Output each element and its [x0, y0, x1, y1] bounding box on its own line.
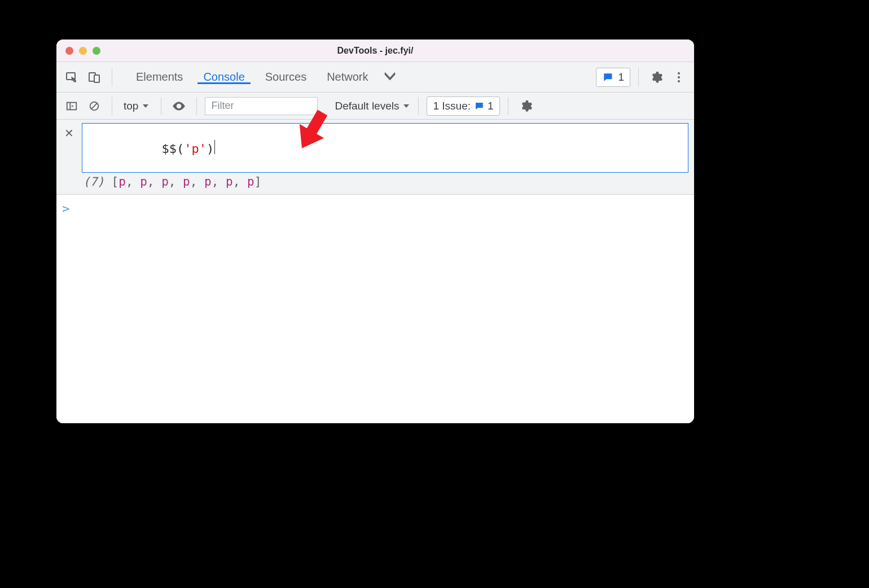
tab-elements-label: Elements — [136, 71, 183, 84]
separator — [112, 68, 112, 86]
separator — [418, 97, 419, 115]
separator — [161, 97, 161, 115]
tab-sources[interactable]: Sources — [255, 71, 317, 84]
execution-context-label: top — [124, 100, 138, 112]
svg-rect-2 — [94, 75, 99, 82]
live-expression-result: (7) [p, p, p, p, p, p, p] — [82, 175, 688, 188]
console-prompt-area[interactable]: > — [56, 195, 694, 423]
titlebar: DevTools - jec.fyi/ — [56, 40, 694, 62]
window-title: DevTools - jec.fyi/ — [56, 46, 694, 56]
chevron-down-icon — [142, 102, 150, 110]
svg-point-4 — [678, 76, 680, 78]
console-settings-gear-icon[interactable] — [516, 96, 536, 116]
close-window-button[interactable] — [65, 47, 73, 55]
kebab-menu-icon[interactable] — [669, 68, 688, 87]
prompt-caret-icon: > — [62, 201, 69, 216]
separator — [508, 97, 508, 115]
device-toolbar-icon[interactable] — [85, 68, 104, 87]
live-expression-code: $$('p') — [87, 142, 215, 170]
separator — [196, 97, 197, 115]
result-element[interactable]: p — [183, 175, 190, 188]
live-expression-eye-icon[interactable] — [169, 96, 188, 116]
issues-badge[interactable]: 1 Issue: 1 — [427, 96, 499, 116]
tab-elements[interactable]: Elements — [126, 71, 193, 84]
traffic-lights — [56, 47, 100, 55]
message-icon — [474, 101, 484, 111]
svg-point-3 — [678, 72, 680, 74]
separator — [638, 68, 639, 86]
clear-console-icon[interactable] — [85, 96, 104, 116]
tab-sources-label: Sources — [265, 71, 306, 84]
minimize-window-button[interactable] — [79, 47, 87, 55]
svg-point-8 — [178, 104, 180, 107]
devtools-window: DevTools - jec.fyi/ Elements Console — [56, 40, 694, 423]
filter-input[interactable] — [205, 97, 318, 115]
zoom-window-button[interactable] — [93, 47, 100, 55]
result-element[interactable]: p — [118, 175, 126, 188]
result-element[interactable]: p — [226, 175, 233, 188]
separator — [112, 97, 112, 115]
messages-count: 1 — [618, 71, 624, 84]
more-tabs-chevron-icon[interactable] — [379, 71, 401, 84]
inspect-element-icon[interactable] — [62, 68, 81, 87]
tab-network-label: Network — [327, 71, 368, 84]
messages-badge[interactable]: 1 — [596, 68, 630, 87]
result-element[interactable]: p — [161, 175, 169, 188]
tab-network[interactable]: Network — [317, 71, 378, 84]
tab-console-label: Console — [203, 71, 244, 84]
issues-prefix: 1 Issue: — [433, 100, 471, 112]
result-count: (7) — [83, 175, 104, 188]
close-icon[interactable]: ✕ — [62, 123, 76, 142]
console-filterbar: top Default levels 1 Issue: 1 — [56, 93, 694, 120]
result-element[interactable]: p — [204, 175, 212, 188]
svg-point-5 — [678, 80, 680, 82]
tab-console[interactable]: Console — [193, 71, 254, 84]
log-levels-label: Default levels — [335, 100, 399, 112]
live-expression-input[interactable]: $$('p') — [82, 123, 688, 173]
execution-context-select[interactable]: top — [120, 97, 153, 115]
result-element[interactable]: p — [247, 175, 254, 188]
sidebar-toggle-icon[interactable] — [62, 96, 81, 116]
message-icon — [602, 72, 613, 83]
live-expression-row: ✕ $$('p') (7) [p, p, p, p, p, p, p] — [56, 120, 694, 195]
main-tabstrip: Elements Console Sources Network 1 — [56, 62, 694, 93]
issues-count: 1 — [488, 100, 494, 112]
settings-gear-icon[interactable] — [647, 68, 666, 87]
chevron-down-icon — [402, 102, 410, 110]
log-levels-select[interactable]: Default levels — [335, 100, 410, 112]
result-element[interactable]: p — [140, 175, 147, 188]
